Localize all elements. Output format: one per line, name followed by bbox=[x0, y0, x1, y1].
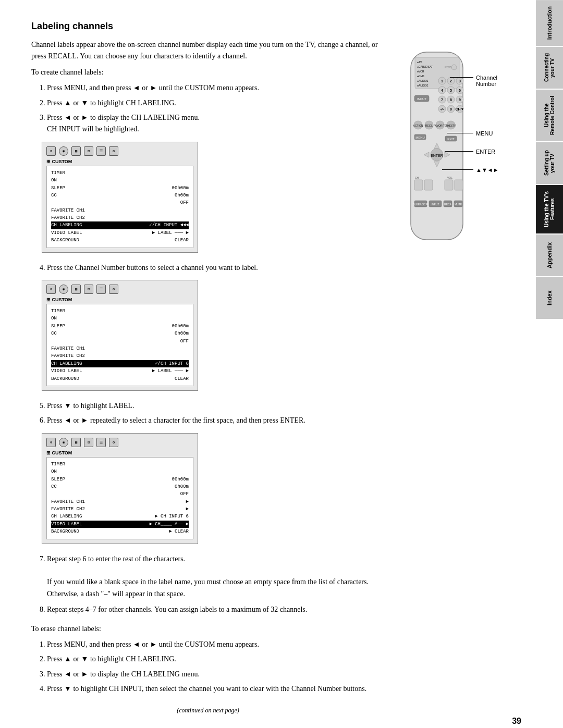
svg-text:CH: CH bbox=[415, 176, 419, 179]
step-4: Press the Channel Number buttons to sele… bbox=[47, 262, 385, 274]
svg-text:3: 3 bbox=[459, 79, 461, 83]
svg-rect-58 bbox=[445, 180, 453, 190]
icon-s2-6: ⚙ bbox=[109, 285, 118, 294]
sidebar-tab-features[interactable]: Using the TV'sFeatures bbox=[536, 185, 563, 233]
svg-text:ACTION: ACTION bbox=[413, 124, 423, 127]
icon-s2-3: ▦ bbox=[71, 285, 81, 294]
svg-text:-/-: -/- bbox=[440, 107, 444, 111]
remote-column: ●TV ●CABLE/SAT ●VCR ●DVD ●AUDIO1 ●AUDIO2… bbox=[395, 39, 510, 721]
step-5: Press ▼ to highlight LABEL. bbox=[47, 400, 385, 412]
screen-mockup-2: ⊕ ◉ ▦ ⊞ ☰ ⚙ ⊞ CUSTOM TIMER ON SLEEP00h00… bbox=[42, 280, 198, 391]
erase-step-4: Press ▼ to highlight CH INPUT, then sele… bbox=[47, 683, 385, 695]
svg-text:8: 8 bbox=[450, 98, 452, 102]
menu-annotation: MENU bbox=[476, 130, 493, 137]
icon-2: ◉ bbox=[59, 146, 68, 156]
svg-text:●CABLE/SAT: ●CABLE/SAT bbox=[417, 65, 433, 68]
icon-s3-5: ☰ bbox=[96, 438, 106, 447]
svg-text:VOL: VOL bbox=[447, 176, 452, 179]
remote-svg: ●TV ●CABLE/SAT ●VCR ●DVD ●AUDIO1 ●AUDIO2… bbox=[400, 50, 473, 248]
icon-s3-1: ⊕ bbox=[46, 438, 56, 447]
icon-s3-4: ⊞ bbox=[84, 438, 93, 447]
svg-rect-57 bbox=[424, 180, 433, 190]
svg-text:MUTE: MUTE bbox=[455, 203, 462, 206]
svg-text:9: 9 bbox=[459, 98, 461, 102]
svg-text:SLEEP/SCRI: SLEEP/SCRI bbox=[413, 203, 428, 206]
icon-1: ⊕ bbox=[46, 146, 56, 156]
steps-7-8-container: Repeat step 6 to enter the rest of the c… bbox=[31, 553, 385, 616]
icon-s3-2: ◉ bbox=[59, 438, 68, 447]
step-4-container: Press the Channel Number buttons to sele… bbox=[31, 262, 385, 274]
continued-text: (continued on next page) bbox=[31, 706, 385, 715]
sidebar-tab-setting-up[interactable]: Setting upyour TV bbox=[536, 142, 563, 184]
icon-s2-1: ⊕ bbox=[46, 285, 56, 294]
svg-text:ENTER: ENTER bbox=[431, 154, 443, 157]
svg-text:0: 0 bbox=[450, 107, 452, 111]
sidebar-tab-connecting[interactable]: Connectingyour TV bbox=[536, 47, 563, 89]
erase-step-2: Press ▲ or ▼ to highlight CH LABELING. bbox=[47, 653, 385, 665]
svg-text:4: 4 bbox=[441, 89, 443, 92]
svg-text:●VCR: ●VCR bbox=[417, 70, 424, 73]
svg-text:INPUT: INPUT bbox=[432, 203, 439, 206]
sidebar-tab-appendix[interactable]: Appendix bbox=[536, 235, 563, 276]
icon-4: ⊞ bbox=[84, 146, 93, 156]
steps-5-6-container: Press ▼ to highlight LABEL. Press ◄ or ►… bbox=[31, 400, 385, 427]
sidebar-tab-remote[interactable]: Using theRemote Control bbox=[536, 90, 563, 141]
icon-6: ⚙ bbox=[109, 146, 118, 156]
section-title: Labeling channels bbox=[31, 21, 510, 32]
svg-text:1: 1 bbox=[441, 79, 443, 83]
svg-text:7: 7 bbox=[441, 98, 443, 102]
svg-point-9 bbox=[451, 65, 457, 70]
svg-text:●DVD: ●DVD bbox=[417, 75, 424, 78]
svg-text:6: 6 bbox=[459, 89, 461, 92]
channel-number-annotation: ChannelNumber bbox=[476, 75, 497, 87]
erase-step-1: Press MENU, and then press ◄ or ► until … bbox=[47, 639, 385, 650]
svg-rect-59 bbox=[455, 180, 463, 190]
svg-text:RECA: RECA bbox=[444, 203, 452, 206]
icon-s3-6: ⚙ bbox=[109, 438, 118, 447]
svg-text:●TV: ●TV bbox=[417, 60, 422, 64]
svg-text:EXIT: EXIT bbox=[447, 138, 455, 141]
erase-steps-container: Press MENU, and then press ◄ or ► until … bbox=[31, 639, 385, 695]
step-2: Press ▲ or ▼ to highlight CH LABELING. bbox=[47, 97, 385, 109]
arrows-annotation: ▲▼◄► bbox=[476, 167, 499, 173]
icon-s2-5: ☰ bbox=[96, 285, 106, 294]
icon-3: ▦ bbox=[71, 146, 81, 156]
sidebar: Introduction Connectingyour TV Using the… bbox=[536, 0, 563, 728]
icon-s3-3: ▦ bbox=[71, 438, 81, 447]
svg-rect-56 bbox=[414, 180, 423, 190]
sidebar-tab-introduction[interactable]: Introduction bbox=[536, 0, 563, 46]
step-3: Press ◄ or ► to display the CH LABELING … bbox=[47, 112, 385, 135]
page-number: 39 bbox=[512, 717, 521, 726]
screen-mockup-3: ⊕ ◉ ▦ ⊞ ☰ ⚙ ⊞ CUSTOM TIMER ON SLEEP00h00… bbox=[42, 433, 198, 544]
svg-text:MENU: MENU bbox=[415, 136, 425, 139]
enter-annotation: ENTER bbox=[476, 149, 495, 155]
sidebar-tab-index[interactable]: Index bbox=[536, 277, 563, 319]
icon-s2-4: ⊞ bbox=[84, 285, 93, 294]
svg-text:THESTR: THESTR bbox=[446, 124, 456, 127]
to-create-label: To create channel labels: bbox=[31, 67, 385, 78]
screen-mockup-1: ⊕ ◉ ▦ ⊞ ☰ ⚙ ⊞ CUSTOM TIMER ON SLEEP00h00… bbox=[42, 142, 198, 253]
icon-5: ☰ bbox=[96, 146, 106, 156]
svg-text:CH▼: CH▼ bbox=[455, 107, 464, 111]
step-7: Repeat step 6 to enter the rest of the c… bbox=[47, 553, 385, 600]
create-steps-1-3: Press MENU, and then press ◄ or ► until … bbox=[31, 82, 385, 135]
svg-text:2: 2 bbox=[450, 79, 452, 83]
svg-text:●AUDIO1: ●AUDIO1 bbox=[417, 79, 429, 82]
step-6: Press ◄ or ► repeatedly to select a char… bbox=[47, 415, 385, 426]
svg-text:5: 5 bbox=[450, 89, 452, 92]
svg-text:●AUDIO2: ●AUDIO2 bbox=[417, 84, 429, 87]
to-erase-label: To erase channel labels: bbox=[31, 623, 385, 635]
intro-paragraph: Channel labels appear above the on-scree… bbox=[31, 39, 385, 63]
svg-text:INPUT: INPUT bbox=[417, 97, 426, 101]
step-1: Press MENU, and then press ◄ or ► until … bbox=[47, 82, 385, 94]
icon-s2-2: ◉ bbox=[59, 285, 68, 294]
svg-text:REC'L: REC'L bbox=[425, 124, 433, 127]
erase-step-3: Press ◄ or ► to display the CH LABELING … bbox=[47, 669, 385, 680]
step-8: Repeat steps 4–7 for other channels. You… bbox=[47, 604, 385, 615]
svg-text:FAVORITE: FAVORITE bbox=[434, 124, 447, 127]
